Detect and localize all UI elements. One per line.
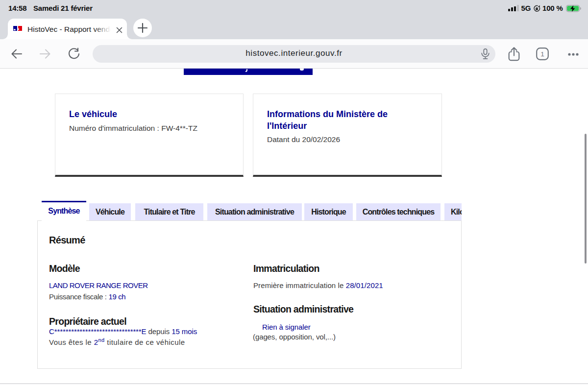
svg-text:1: 1	[540, 50, 544, 58]
